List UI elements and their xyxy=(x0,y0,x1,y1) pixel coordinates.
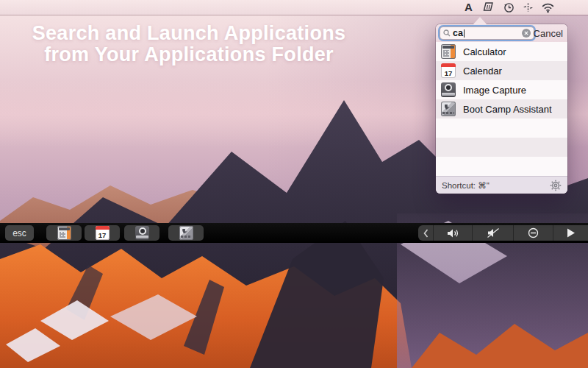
popover-footer: Shortcut: ⌘" xyxy=(436,176,567,194)
clear-circle-icon[interactable] xyxy=(522,29,531,38)
shortcut-label: Shortcut: ⌘" xyxy=(442,180,490,191)
menu-bar-status-icons: A xyxy=(463,0,554,15)
calculator-icon xyxy=(441,44,456,59)
touchbar-image-capture-button[interactable] xyxy=(124,225,159,241)
calendar-icon: 17 xyxy=(96,226,110,240)
magnifier-icon xyxy=(443,29,451,37)
result-label: Image Capture xyxy=(463,85,526,96)
image-capture-icon xyxy=(441,82,456,97)
calendar-icon: 17 xyxy=(441,63,456,78)
desktop-screen: A xyxy=(0,0,588,368)
list-item-calendar[interactable]: 17 Calendar xyxy=(436,61,567,80)
text-caret xyxy=(464,29,465,38)
hero-title: Search and Launch Applications from Your… xyxy=(18,23,360,66)
touchbar-control-strip xyxy=(418,225,588,241)
touchbar-calendar-button[interactable]: 17 xyxy=(85,225,120,241)
menu-bar: A xyxy=(0,0,588,15)
mute-icon[interactable] xyxy=(473,225,514,241)
popover-arrow xyxy=(473,17,487,24)
calculator-icon xyxy=(57,226,71,240)
chevron-left-icon[interactable] xyxy=(418,225,434,241)
hero-title-line1: Search and Launch Applications xyxy=(18,23,360,44)
touchbar-calculator-button[interactable] xyxy=(46,225,82,241)
hero-title-line2: from Your Applications Folder xyxy=(18,44,360,66)
image-capture-icon xyxy=(135,226,149,240)
time-machine-icon[interactable] xyxy=(503,1,514,13)
list-row-empty xyxy=(436,138,567,157)
list-item-calculator[interactable]: Calculator xyxy=(436,42,567,61)
volume-icon[interactable] xyxy=(434,225,473,241)
cancel-button[interactable]: Cancel xyxy=(534,28,563,39)
calendar-day: 17 xyxy=(98,230,107,240)
boot-camp-icon xyxy=(179,226,193,240)
list-item-boot-camp[interactable]: Boot Camp Assistant xyxy=(436,99,567,118)
search-results-list: Calculator 17 Calendar Image Capture Boo… xyxy=(436,42,567,176)
result-label: Calendar xyxy=(463,66,502,77)
result-label: Boot Camp Assistant xyxy=(463,104,552,115)
search-row: ca Cancel xyxy=(436,24,567,42)
touch-bar: esc 17 xyxy=(0,223,588,243)
app-search-popover: ca Cancel Calculator 17 Calendar xyxy=(436,24,567,194)
list-row-empty xyxy=(436,157,567,176)
boot-camp-icon xyxy=(441,102,456,116)
esc-button[interactable]: esc xyxy=(5,225,34,241)
result-label: Calculator xyxy=(463,46,506,57)
list-row-empty xyxy=(436,118,567,138)
list-item-image-capture[interactable]: Image Capture xyxy=(436,80,567,99)
move-icon[interactable] xyxy=(523,1,534,13)
touchbar-boot-camp-button[interactable] xyxy=(168,225,204,241)
calendar-day: 17 xyxy=(445,68,453,78)
play-icon[interactable] xyxy=(553,225,588,241)
gear-icon[interactable] xyxy=(550,180,562,191)
app-a-icon[interactable]: A xyxy=(463,0,474,15)
wifi-icon[interactable] xyxy=(542,2,554,13)
search-input[interactable]: ca xyxy=(440,27,534,39)
shredder-icon[interactable] xyxy=(482,1,495,13)
search-value: ca xyxy=(453,28,463,38)
do-not-disturb-icon[interactable] xyxy=(514,225,553,241)
